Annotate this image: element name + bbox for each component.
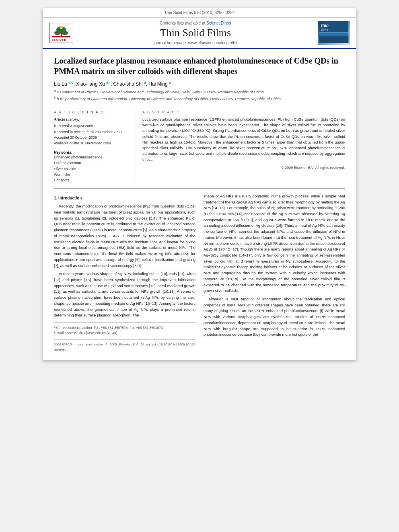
abstract-label: A B S T R A C T xyxy=(142,110,345,114)
journal-title: Thin Solid Films xyxy=(73,27,318,39)
doi-text: doi:10.1016/j.tsf.2009.10.166 xyxy=(154,342,195,352)
keywords-label: Keywords: xyxy=(54,150,128,154)
footnote-area: * Correspondence author. Tel.: +86 551 3… xyxy=(54,322,195,336)
issn-text: 0040-6090/$ – see front matter © 2009 El… xyxy=(54,342,154,352)
journal-top-bar: Thin Solid Films 518 (2010) 3250–3254 xyxy=(43,8,356,18)
svg-point-5 xyxy=(60,26,63,29)
accepted-date: Accepted 30 October 2009 xyxy=(54,135,128,140)
affiliation-a: a a Department of Physics, University of… xyxy=(54,88,345,94)
elsevier-logo-box: ELSEVIER xyxy=(49,23,73,43)
svg-point-4 xyxy=(62,31,68,35)
thin-films-logo-icon: thin films xyxy=(318,21,350,43)
body-col-right: shape of Ag NPs is usually controlled in… xyxy=(204,193,345,352)
keyword-4: Worm-like xyxy=(54,172,128,177)
svg-rect-10 xyxy=(319,36,349,43)
elsevier-logo: ELSEVIER xyxy=(49,23,73,43)
abstract-col: A B S T R A C T Localized surface plasmo… xyxy=(142,110,345,183)
body-col1-p2: In recent years, various shapes of Ag NP… xyxy=(54,271,195,318)
journal-citation: Thin Solid Films 518 (2010) 3250–3254 xyxy=(164,10,234,15)
article-title: Localized surface plasmon resonance enha… xyxy=(54,55,345,76)
keywords-block: Keywords: Enhanced photoluminescence Sur… xyxy=(54,150,128,183)
article-history: Article history: Received 3 August 2009 … xyxy=(54,117,128,146)
body-col1-p1: Recently, the modification of photolumin… xyxy=(54,203,195,269)
contents-label: Contents lists available at xyxy=(160,21,205,25)
keyword-1: Enhanced photoluminescence xyxy=(54,154,128,160)
sciencedirect-link[interactable]: ScienceDirect xyxy=(206,21,231,25)
copyright-line: © 2009 Elsevier B.V. All rights reserved… xyxy=(142,166,345,170)
info-abstract-section: A R T I C L E I N F O Article history: R… xyxy=(54,110,345,183)
keyword-2: Surface plasmon xyxy=(54,160,128,166)
body-col2-p1: shape of Ag NPs is usually controlled in… xyxy=(204,193,345,294)
elsevier-tree-icon: ELSEVIER xyxy=(50,24,72,42)
keyword-5: Hot spots xyxy=(54,177,128,183)
authors-text: Liu Lu a,b, Xiao-liang Xu a,*, Chao-shu … xyxy=(54,81,171,87)
svg-text:ELSEVIER: ELSEVIER xyxy=(52,39,66,41)
body-col2-p2: Although a vast amount of information ab… xyxy=(204,296,345,338)
journal-right-logo: thin films xyxy=(318,21,350,45)
section1-heading-text: 1. Introduction xyxy=(54,196,82,200)
contents-available: Contents lists available at ScienceDirec… xyxy=(73,21,318,25)
homepage-link: journal homepage: www.elsevier.com/locat… xyxy=(73,41,318,45)
received-date: Received 3 August 2009 xyxy=(54,123,128,129)
revised-date: Received in revised form 23 October 2009 xyxy=(54,129,128,135)
article-info-col: A R T I C L E I N F O Article history: R… xyxy=(54,110,134,183)
available-date: Available online 10 November 2009 xyxy=(54,140,128,146)
bottom-bar: 0040-6090/$ – see front matter © 2009 El… xyxy=(54,339,195,352)
svg-point-3 xyxy=(54,31,61,35)
svg-rect-0 xyxy=(52,36,70,37)
keyword-3: Silver colloids xyxy=(54,166,128,172)
body-col-left: 1. Introduction Recently, the modificati… xyxy=(54,193,195,352)
svg-text:films: films xyxy=(321,28,328,32)
article-page: Thin Solid Films 518 (2010) 3250–3254 EL… xyxy=(43,8,356,360)
journal-header: ELSEVIER Contents lists available at Sci… xyxy=(43,18,356,49)
section1-heading: 1. Introduction xyxy=(54,195,195,201)
authors-line: Liu Lu a,b, Xiao-liang Xu a,*, Chao-shu … xyxy=(54,80,345,87)
divider-1 xyxy=(54,106,345,106)
article-info-label: A R T I C L E I N F O xyxy=(54,110,128,114)
abstract-text: Localized surface plasmon resonance (LSP… xyxy=(142,117,345,162)
svg-text:thin: thin xyxy=(321,23,329,28)
affiliation-b: b b Key Laboratory of Quantum Informatio… xyxy=(54,95,345,101)
body-section: 1. Introduction Recently, the modificati… xyxy=(54,193,345,352)
email-footnote: E-mail address: xlxu@astc.edu.cn (X. Xu)… xyxy=(54,331,195,336)
article-content: Localized surface plasmon resonance enha… xyxy=(43,49,356,360)
journal-center: Contents lists available at ScienceDirec… xyxy=(73,21,318,45)
history-title: Article history: xyxy=(54,117,128,122)
divider-2 xyxy=(54,188,345,189)
correspondence-footnote: * Correspondence author. Tel.: +86 551 3… xyxy=(54,325,195,331)
